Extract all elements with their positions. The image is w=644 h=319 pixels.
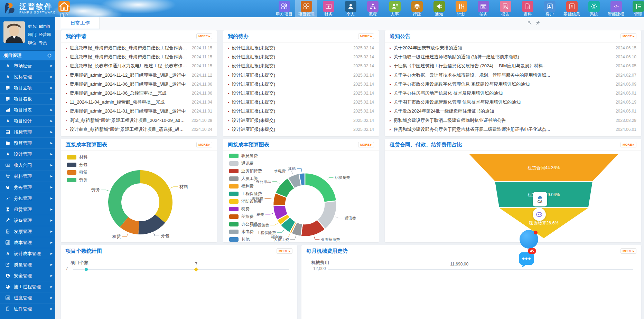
list-item-link[interactable]: 关于举办住房与房地产信息化 技术及应用培训班的通知 (394, 90, 503, 96)
more-button[interactable]: MORE ▸ (358, 33, 374, 39)
nav-item-customer-card[interactable]: 客户 (539, 0, 561, 17)
sidebar-item-1-design-a[interactable]: A投标管理▶ (0, 71, 55, 82)
key-icon[interactable] (527, 20, 532, 26)
nav-item-orgchart[interactable]: 流程 (362, 0, 384, 17)
tab-daily-work[interactable]: 日常工作 (61, 17, 100, 29)
legend-item[interactable]: 消防设施费 (229, 197, 262, 205)
list-item-link[interactable]: 费用报销_admin_2024-11-01_部门经理审批_胡建,_运行中 (70, 108, 186, 114)
more-button[interactable]: MORE ▸ (620, 33, 636, 39)
list-item-link[interactable]: 关于发放2024年第24批一级建造师注册证书的通知 (394, 108, 494, 114)
list-item-link[interactable]: 设计进度汇报(未提交) (232, 117, 276, 124)
sidebar-item-3-list[interactable]: 项目看板▶ (0, 93, 55, 104)
nav-item-info-doc[interactable]: ¥基础信息 (561, 0, 583, 17)
sidebar-section-project-management[interactable]: 项目管理 (0, 51, 55, 60)
nav-item-report-doc[interactable]: 报告 (494, 0, 516, 17)
sidebar-item-19-safety[interactable]: 安全管理▶ (0, 270, 55, 281)
data-point-marker[interactable] (85, 268, 88, 271)
legend-item[interactable]: 分包 (67, 161, 87, 168)
list-item-link[interactable]: 设计进度汇报(未提交) (232, 63, 276, 69)
assistant-robot-button[interactable] (533, 208, 546, 221)
list-item-link[interactable]: 进度款申报_珠海鹤港口建设_珠海鹤港口建设工程合作协议书_admin_... (70, 54, 188, 60)
nav-item-portal[interactable]: 门户 (56, 1, 72, 17)
list-item-link[interactable]: 测试_彭祖新城"四馆"景观工程设计项目_2024-10-29_admin_结束_… (70, 117, 187, 124)
more-button[interactable]: MORE ▸ (358, 142, 374, 147)
sidebar-item-9-money[interactable]: 收入合同▶ (0, 160, 55, 171)
nav-item-grid-diamond[interactable]: 甲方项目 (273, 0, 295, 17)
list-item-link[interactable]: 设计审查_彭祖新城"四馆"景观工程设计项目_请选择_胡广生_2024-10-2.… (70, 126, 187, 133)
nav-item-person[interactable]: 个人 (339, 0, 362, 17)
pie-slice-材料[interactable] (140, 170, 172, 223)
list-item-link[interactable]: 设计进度汇报(未提交) (232, 81, 276, 87)
more-button[interactable]: MORE ▸ (620, 248, 636, 254)
list-item-link[interactable]: 进度款申报_珠海鹤港口建设_珠海鹤港口建设工程合作协议书_admin_... (70, 45, 188, 51)
legend-item[interactable]: 办公用品 (229, 220, 262, 228)
list-item-link[interactable]: 于征集《中国建筑施工行业信息化发展报告 (2024) —BIM应用与发展》材料.… (394, 63, 547, 69)
list-item-link[interactable]: 关于举办市政公用设施数字化管理信息 系统建设与应用培训班的通知 (394, 81, 530, 87)
nav-item-yen-note[interactable]: ¥财务 (317, 0, 339, 17)
sidebar-item-17-design-a[interactable]: A设计成本管理▶ (0, 248, 55, 259)
sidebar-item-11-labor[interactable]: 劳务管理▶ (0, 182, 55, 193)
legend-item[interactable]: 通讯费 (229, 160, 262, 167)
legend-item[interactable]: 福利费 (229, 182, 262, 190)
legend-item[interactable]: 劳务 (67, 176, 87, 184)
list-item-link[interactable]: 关于领取一级注册建造师增项贴的通知 (须持一建证书前来领取) (394, 54, 519, 60)
sidebar-item-18-edit[interactable]: 质量管理▶ (0, 259, 55, 270)
sidebar-item-5-design-a[interactable]: A项目设计▶ (0, 115, 55, 126)
list-item-link[interactable]: 费用报销_admin_2024-11-06_总经理审批__完成 (70, 90, 167, 96)
legend-item[interactable]: 租赁 (67, 168, 87, 176)
nav-item-task-box[interactable]: 任务 (472, 0, 494, 17)
legend-item[interactable]: 水电费 (229, 228, 262, 235)
sidebar-item-0-design-a[interactable]: A市场经营▶ (0, 60, 55, 71)
service-bubble-button[interactable] (520, 230, 538, 249)
list-item-link[interactable]: 设计进度汇报(未提交) (232, 45, 276, 51)
list-item-link[interactable]: 关于2024年国庆节放假安排的通知 (394, 45, 462, 51)
legend-item[interactable]: 其他 (229, 235, 262, 243)
nav-item-code[interactable]: </>智能建模 (605, 0, 627, 17)
list-item-link[interactable]: 费用报销_admin_2024-11-06_部门经理审批_胡建,_运行中 (70, 81, 186, 87)
list-item-link[interactable]: 设计进度汇报(未提交) (232, 126, 276, 133)
sidebar-item-14-wrench[interactable]: 设备管理▶ (0, 215, 55, 226)
nav-item-speaker[interactable]: 通知 (428, 0, 450, 17)
list-item-link[interactable]: 设计进度汇报(未提交) (232, 72, 276, 78)
nav-item-layers[interactable]: 行政 (406, 0, 428, 17)
list-item-link[interactable]: 设计进度汇报(未提交) (232, 90, 276, 96)
sidebar-item-7-folder[interactable]: 预算管理▶ (0, 137, 55, 148)
sidebar-item-4-bars[interactable]: 项目报表▶ (0, 104, 55, 115)
more-button[interactable]: MORE ▸ (277, 248, 292, 254)
nav-item-grid[interactable]: 项目管理 (295, 0, 317, 17)
list-item-link[interactable]: 住房和城乡建设部办公厅关于同意吉林省开展二级建造师注册证书电子化试点... (394, 126, 550, 133)
legend-item[interactable]: 税费 (229, 205, 262, 213)
sidebar-item-12-x2[interactable]: x2分包管理▶ (0, 193, 55, 204)
nav-item-doc[interactable]: 资料 (516, 0, 539, 17)
legend-item[interactable]: 人员工资 (229, 175, 262, 182)
sidebar-item-6-inbox[interactable]: 招标管理▶ (0, 126, 55, 137)
legend-item[interactable]: 差旅费 (229, 213, 262, 220)
cloud-ca-widget[interactable]: CA (533, 192, 547, 206)
more-button[interactable]: MORE ▸ (196, 142, 212, 147)
legend-item[interactable]: 材料 (67, 153, 87, 161)
more-button[interactable]: MORE ▸ (620, 142, 636, 147)
list-item-link[interactable]: 设计进度汇报(未提交) (232, 99, 276, 105)
list-item-link[interactable]: 设计进度汇报(未提交) (232, 54, 276, 60)
more-button[interactable]: MORE ▸ (196, 33, 212, 39)
list-item-link[interactable]: 关于举办大数据、云计算技术在城市建设、规划、管理与服务中的应用培训班... (394, 72, 550, 78)
sidebar-item-15-doc[interactable]: 发票管理▶ (0, 226, 55, 237)
legend-item[interactable]: 职员餐费 (229, 152, 262, 160)
list-item-link[interactable]: 关于召开市政公用设施智慧化管理 信息技术与应用培训班的通知 (394, 99, 521, 105)
nav-item-gear[interactable]: 系统 (583, 0, 605, 17)
legend-item[interactable]: 业务招待费 (229, 167, 262, 175)
list-item-link[interactable]: 房和城乡建设厅关于取消二级建造师临时执业证书的公告 (394, 117, 506, 124)
nav-item-person-list[interactable]: 人事 (384, 0, 406, 17)
pie-slice-劳务[interactable] (108, 170, 140, 227)
sidebar-item-13-hourglass[interactable]: 租赁管理▶ (0, 204, 55, 215)
sidebar-item-20-process[interactable]: 施工过程管理▶ (0, 281, 55, 292)
nav-item-manage-list[interactable]: 管理 (627, 0, 644, 17)
list-item-link[interactable]: 费用报销_admin_2024-11-12_部门经理审批_胡建,_运行中 (70, 72, 186, 78)
data-point-marker[interactable] (194, 267, 198, 272)
sidebar-item-2-list[interactable]: 项目立项▶ (0, 82, 55, 93)
list-item-link[interactable]: 11_2024-11-04_admin_经营部_领导审批__完成 (70, 99, 165, 105)
sidebar-item-16-bars-frame[interactable]: 成本管理▶ (0, 237, 55, 248)
sidebar-item-10-cart[interactable]: 材料管理▶ (0, 171, 55, 182)
list-item-link[interactable]: 进度款申报_长春市伊通河水力发电厂改建工程_长春市伊通河水力发电... (70, 63, 188, 69)
chat-button[interactable]: 45 (517, 250, 535, 268)
